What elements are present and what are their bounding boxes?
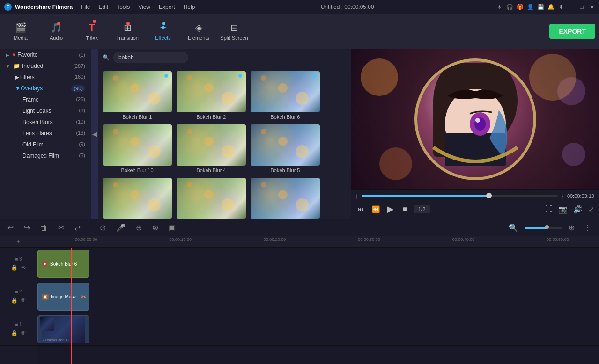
playhead[interactable] [71,248,72,364]
main-content: ▶ ♥ Favorite (1) ▼ 📁 Included (287) ▶ Fi… [0,49,599,219]
panel-subrow-damagedfilm[interactable]: Damaged Film (5) [0,150,91,161]
clip-bokeh-blur-6[interactable]: ✦ Bokeh Blur 6 [37,250,89,278]
adjust-tool[interactable]: ⇄ [72,221,83,234]
pip-tool[interactable]: ▣ [166,221,178,234]
menu-edit[interactable]: Edit [95,3,112,11]
fullscreen-icon[interactable]: ⛶ [545,205,553,213]
filters-label: Filters [19,74,73,80]
track3-lock-icon[interactable]: 🔒 [11,264,18,271]
menu-view[interactable]: View [134,3,154,11]
person-icon[interactable]: 👤 [527,4,533,10]
window-controls: ☀ 🎧 🎁 👤 💾 🔔 ⬇ ─ □ ✕ [496,4,595,10]
volume-icon[interactable]: 🔊 [573,205,583,214]
track2-eye-icon[interactable]: 👁 [21,297,26,304]
expand-icon[interactable]: ⤢ [588,205,594,214]
panel-collapse-button[interactable]: ◀ [91,49,98,219]
preview-image [351,49,599,189]
track-2-icons: 🔒 👁 [11,297,26,304]
toolbar-elements[interactable]: ◈ Elements [182,16,215,47]
effect-card-4[interactable]: Bokeh Blur 4 [177,124,246,173]
effect-card-3[interactable]: Bokeh Blur 10 [103,124,172,173]
panel-subrow-bokehblurs[interactable]: Bokeh Blurs (10) [0,116,91,128]
effect-card-5[interactable]: Bokeh Blur 5 [251,124,320,173]
playback-speed[interactable]: 1/2 [414,205,430,213]
track1-eye-icon[interactable]: 👁 [21,330,26,336]
effects-panel: ▶ ♥ Favorite (1) ▼ 📁 Included (287) ▶ Fi… [0,49,91,219]
zoom-track[interactable] [525,227,562,229]
delete-tool[interactable]: 🗑 [37,222,51,234]
chevron-right-icon: ▶ [6,52,9,58]
panel-subrow-lightleaks[interactable]: Light Leaks (8) [0,105,91,116]
ruler-mark-0: 00:00:00:00 [75,237,97,242]
progress-thumb[interactable] [486,193,492,198]
effect-card-6[interactable]: Bokeh Blur 7 [103,178,172,219]
zoom-out-icon[interactable]: 🔍 [506,221,521,234]
undo-tool[interactable]: ↩ [5,221,16,234]
frame-back-button[interactable]: ⏪ [370,204,382,215]
audio-tool[interactable]: 🎤 [113,221,128,234]
zoom-thumb[interactable] [545,225,549,229]
export-button[interactable]: EXPORT [549,24,595,39]
maximize-button[interactable]: □ [578,4,585,10]
frame-label: Frame [22,96,76,103]
grid-toggle-button[interactable]: ⋯ [339,53,346,62]
effect-card-2[interactable]: Bokeh Blur 6 [251,71,320,120]
close-button[interactable]: ✕ [589,4,595,10]
effect-card-0[interactable]: Bokeh Blur 1 [103,71,172,120]
zoom-in-icon[interactable]: ⊕ [566,221,577,234]
panel-subrow-oldfilm[interactable]: Old Film (9) [0,139,91,150]
toolbar-effects[interactable]: ✦ Effects [146,16,180,47]
effect-card-8[interactable]: Bokeh Blur 9 [251,178,320,219]
clip-image-mask[interactable]: ▣ Image Mask ✂ [37,283,89,311]
video-thumb-icon [40,317,54,331]
marker-tool[interactable]: ⊗ [149,221,161,234]
sun-icon[interactable]: ☀ [496,4,503,10]
play-button[interactable]: ▶ [385,202,396,216]
ruler-mark-5: 00:00:50:00 [547,237,569,242]
gift-icon[interactable]: 🎁 [517,4,523,10]
track1-lock-icon[interactable]: 🔒 [11,330,18,336]
panel-subrow-overlays[interactable]: ▼ Overlays (90) [0,83,91,94]
app-name: Wondershare Filmora [15,4,73,10]
snap-tool[interactable]: ⊙ [97,221,109,234]
menu-file[interactable]: File [77,3,94,11]
effect-card-7[interactable]: Bokeh Blur 8 [177,178,246,219]
effect-card-1[interactable]: Bokeh Blur 2 [177,71,246,120]
track2-lock-icon[interactable]: 🔒 [11,297,18,304]
lensflares-count: (13) [76,130,85,137]
record-tool[interactable]: ⊕ [133,221,145,234]
bell-icon[interactable]: 🔔 [547,4,554,10]
panel-subrow-frame[interactable]: Frame (26) [0,94,91,105]
panel-subrow-lensflares[interactable]: Lens Flares (13) [0,128,91,139]
toolbar-media[interactable]: 🎬 Media [4,16,37,47]
download-icon[interactable]: ⬇ [558,4,564,10]
progress-track[interactable] [362,195,558,197]
headphone-icon[interactable]: 🎧 [506,4,513,10]
redo-tool[interactable]: ↪ [21,221,33,234]
ruler-mark-4: 00:00:40:00 [452,237,475,242]
toolbar-transition[interactable]: ⊞ Transition [111,16,144,47]
menu-export[interactable]: Export [155,3,179,11]
panel-row-favorite[interactable]: ▶ ♥ Favorite (1) [0,49,91,60]
toolbar-titles[interactable]: T Titles [75,16,109,47]
stop-button[interactable]: ⏹ [399,204,410,215]
skip-back-button[interactable]: ⏮ [356,204,366,215]
save-icon[interactable]: 💾 [537,4,544,10]
timeline-area: ↩ ↪ 🗑 ✂ ⇄ ⊙ 🎤 ⊕ ⊗ ▣ 🔍 ⊕ ⋮ + 00:00:00: [0,219,599,364]
splitscreen-icon: ⊟ [230,22,238,33]
minimize-button[interactable]: ─ [568,4,575,10]
panel-subrow-filters[interactable]: ▶ Filters (160) [0,72,91,83]
transition-label: Transition [116,35,139,41]
snapshot-icon[interactable]: 📷 [558,205,568,214]
toolbar-splitscreen[interactable]: ⊟ Split Screen [217,16,251,47]
menu-help[interactable]: Help [180,3,199,11]
filters-arrow-icon: ▶ [15,74,19,80]
track3-eye-icon[interactable]: 👁 [21,264,26,271]
toolbar-audio[interactable]: 🎵 Audio [39,16,73,47]
panel-row-included[interactable]: ▼ 📁 Included (287) [0,60,91,72]
search-input[interactable] [113,52,188,63]
timeline-settings-icon[interactable]: ⋮ [581,221,594,234]
cut-tool[interactable]: ✂ [55,221,67,234]
clip-video[interactable]: 21fa6600b6a38... [37,315,89,343]
menu-tools[interactable]: Tools [113,3,133,11]
